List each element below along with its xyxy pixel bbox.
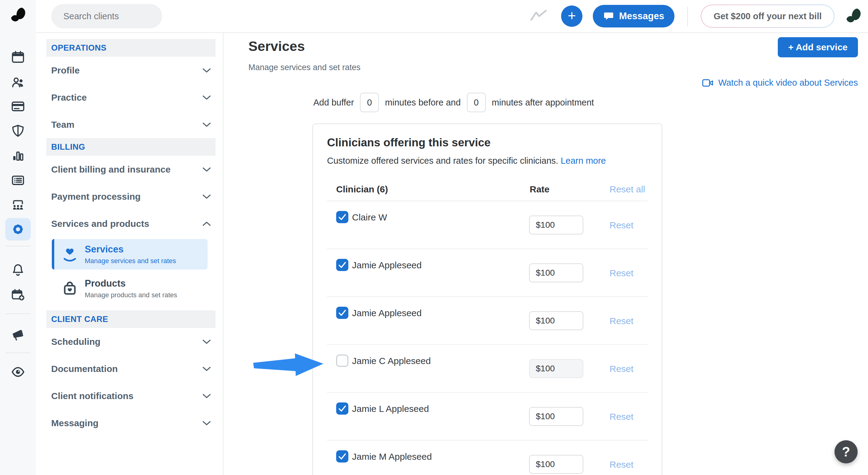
reset-all-button[interactable]: Reset all	[610, 184, 645, 195]
search-input[interactable]	[63, 11, 178, 21]
rail-divider	[5, 246, 30, 246]
table-row: Jamie C Appleseed $100 Reset	[327, 345, 648, 393]
chevron-down-icon	[202, 420, 212, 426]
create-new-button[interactable]: +	[561, 5, 582, 27]
sidebar-item-profile[interactable]: Profile	[36, 57, 223, 84]
clinician-checkbox[interactable]	[336, 403, 348, 415]
clinician-name: Jamie L Appleseed	[352, 404, 429, 414]
settings-sidebar: OPERATIONS Profile Practice Team BILLING…	[36, 33, 223, 475]
chevron-down-icon	[202, 94, 212, 100]
sidebar-item-practice[interactable]: Practice	[36, 84, 223, 111]
rate-input[interactable]: $100	[529, 263, 583, 282]
checkmark-icon	[338, 309, 346, 316]
app-window: + Messages Get $200 off your next bill O…	[0, 0, 868, 475]
sidebar-item-label: Documentation	[51, 364, 118, 374]
clinician-checkbox[interactable]	[336, 355, 348, 367]
insurance-shield-icon[interactable]	[11, 123, 25, 138]
rate-input[interactable]: $100	[529, 359, 583, 378]
sidebar-item-documentation[interactable]: Documentation	[36, 355, 223, 382]
annotation-arrow	[253, 352, 324, 378]
chat-bubble-icon	[603, 11, 614, 22]
reset-button[interactable]: Reset	[610, 364, 633, 374]
supervision-eye-icon[interactable]	[11, 365, 25, 379]
sidebar-item-client-notifications[interactable]: Client notifications	[36, 382, 223, 410]
notes-list-icon[interactable]	[11, 173, 25, 187]
rate-input[interactable]: $100	[529, 215, 583, 234]
card-subtitle: Customize offered services and rates for…	[327, 156, 648, 166]
sidebar-item-label: Payment processing	[51, 191, 141, 202]
clinician-name: Jamie C Appleseed	[352, 356, 431, 366]
settings-gear-icon[interactable]	[5, 218, 31, 241]
learn-more-link[interactable]: Learn more	[561, 156, 606, 166]
reset-button[interactable]: Reset	[610, 220, 633, 231]
account-avatar[interactable]	[844, 6, 863, 26]
team-org-icon[interactable]	[11, 198, 25, 212]
clinician-checkbox[interactable]	[336, 211, 348, 223]
card-subtitle-text: Customize offered services and rates for…	[327, 156, 558, 166]
help-button[interactable]: ?	[835, 440, 858, 464]
clinician-checkbox[interactable]	[336, 450, 348, 463]
clinician-name: Jamie M Appleseed	[352, 451, 432, 462]
app-logo-icon[interactable]	[8, 5, 28, 25]
table-row: Jamie L Appleseed $100 Reset	[327, 393, 648, 441]
section-header-client-care: CLIENT CARE	[46, 310, 215, 328]
sidebar-item-label: Client billing and insurance	[51, 164, 171, 175]
sidebar-item-messaging[interactable]: Messaging	[36, 410, 223, 437]
notifications-bell-icon[interactable]	[11, 263, 25, 277]
sidebar-subitem-services-active[interactable]: Services Manage services and set rates	[52, 239, 208, 269]
section-header-operations: OPERATIONS	[46, 39, 215, 57]
activity-trend-icon[interactable]	[530, 9, 548, 23]
buffer-prefix-label: Add buffer	[313, 97, 354, 108]
promo-button[interactable]: Get $200 off your next bill	[701, 5, 835, 28]
chevron-down-icon	[202, 122, 212, 128]
checkmark-icon	[338, 262, 346, 268]
page-title: Services	[248, 38, 305, 54]
chevron-down-icon	[202, 366, 212, 372]
clinician-checkbox[interactable]	[336, 259, 348, 271]
reset-button[interactable]: Reset	[610, 459, 633, 470]
calendar-add-icon[interactable]	[11, 288, 25, 302]
rate-input[interactable]: $100	[529, 407, 583, 426]
watch-video-link[interactable]: Watch a quick video about Services	[702, 78, 858, 88]
watch-video-label: Watch a quick video about Services	[718, 78, 858, 88]
sidebar-item-client-billing[interactable]: Client billing and insurance	[36, 156, 223, 183]
sidebar-item-label: Messaging	[51, 418, 98, 428]
messages-label: Messages	[619, 11, 664, 22]
messages-button[interactable]: Messages	[593, 5, 675, 27]
calendar-icon[interactable]	[11, 50, 25, 64]
buffer-settings: Add buffer minutes before and minutes af…	[313, 93, 594, 112]
sidebar-item-services-and-products[interactable]: Services and products	[36, 210, 223, 237]
marketing-megaphone-icon[interactable]	[11, 327, 25, 342]
clinician-checkbox[interactable]	[336, 307, 348, 319]
clinicians-card: Clinicians offering this service Customi…	[312, 123, 662, 475]
sidebar-item-scheduling[interactable]: Scheduling	[36, 328, 223, 355]
sidebar-subitem-products[interactable]: Products Manage products and set rates	[52, 274, 208, 302]
chevron-down-icon	[202, 167, 212, 173]
sidebar-item-label: Practice	[51, 92, 87, 103]
rate-input[interactable]: $100	[529, 455, 583, 474]
buffer-before-input[interactable]	[360, 93, 379, 112]
sidebar-item-payment-processing[interactable]: Payment processing	[36, 183, 223, 210]
sidebar-item-label: Team	[51, 120, 74, 130]
section-header-billing: BILLING	[46, 138, 215, 156]
promo-label: Get $200 off your next bill	[701, 5, 834, 27]
clinician-name: Claire W	[352, 212, 387, 222]
billing-card-icon[interactable]	[11, 99, 25, 114]
checkmark-icon	[338, 453, 346, 460]
add-service-button[interactable]: + Add service	[778, 37, 858, 57]
client-search[interactable]	[51, 4, 162, 28]
clients-icon[interactable]	[11, 75, 25, 90]
buffer-after-input[interactable]	[467, 93, 486, 112]
checkmark-icon	[338, 405, 346, 412]
chevron-down-icon	[202, 67, 212, 73]
sidebar-item-label: Profile	[51, 65, 80, 76]
analytics-icon[interactable]	[11, 148, 25, 163]
reset-button[interactable]: Reset	[610, 412, 633, 422]
sidebar-item-team[interactable]: Team	[36, 111, 223, 138]
card-title: Clinicians offering this service	[327, 136, 648, 149]
rate-input[interactable]: $100	[529, 311, 583, 330]
reset-button[interactable]: Reset	[610, 316, 633, 326]
clinician-name: Jamie Appleseed	[352, 260, 422, 270]
clinician-name: Jamie Appleseed	[352, 308, 422, 318]
reset-button[interactable]: Reset	[610, 268, 633, 278]
